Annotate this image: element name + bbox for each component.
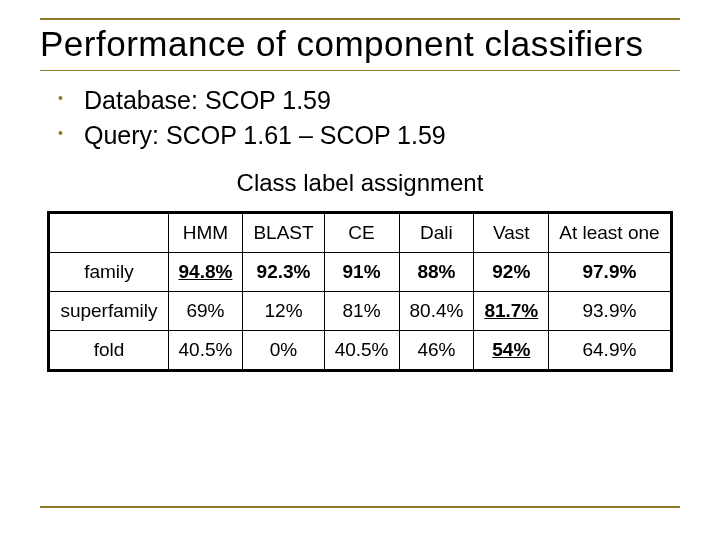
table-cell: 0% — [243, 331, 324, 371]
table-caption: Class label assignment — [40, 169, 680, 197]
table-cell: 81% — [324, 292, 399, 331]
table-cell: 94.8% — [168, 253, 243, 292]
top-rule — [40, 18, 680, 20]
table-cell: 92.3% — [243, 253, 324, 292]
table-cell: 88% — [399, 253, 474, 292]
table-cell: 80.4% — [399, 292, 474, 331]
table-cell: 69% — [168, 292, 243, 331]
col-header: Dali — [399, 213, 474, 253]
table-cell: 40.5% — [324, 331, 399, 371]
slide: Performance of component classifiers Dat… — [0, 0, 720, 540]
table-cell: 54% — [474, 331, 549, 371]
table-cell: 93.9% — [549, 292, 671, 331]
footer-rule — [40, 506, 680, 508]
col-header: Vast — [474, 213, 549, 253]
row-label: fold — [49, 331, 168, 371]
row-label: superfamily — [49, 292, 168, 331]
table-cell: 46% — [399, 331, 474, 371]
slide-title: Performance of component classifiers — [40, 24, 680, 64]
table-cell: 12% — [243, 292, 324, 331]
table-row: family 94.8% 92.3% 91% 88% 92% 97.9% — [49, 253, 671, 292]
col-header: At least one — [549, 213, 671, 253]
table-row: superfamily 69% 12% 81% 80.4% 81.7% 93.9… — [49, 292, 671, 331]
col-header: BLAST — [243, 213, 324, 253]
table-cell: 64.9% — [549, 331, 671, 371]
performance-table: HMM BLAST CE Dali Vast At least one fami… — [47, 211, 672, 372]
table-cell: 97.9% — [549, 253, 671, 292]
table-header-blank — [49, 213, 168, 253]
table-cell: 81.7% — [474, 292, 549, 331]
bullet-item: Query: SCOP 1.61 – SCOP 1.59 — [58, 118, 680, 153]
row-label: family — [49, 253, 168, 292]
title-underline — [40, 70, 680, 71]
table-row: fold 40.5% 0% 40.5% 46% 54% 64.9% — [49, 331, 671, 371]
bullet-list: Database: SCOP 1.59 Query: SCOP 1.61 – S… — [58, 83, 680, 153]
table-cell: 40.5% — [168, 331, 243, 371]
bullet-item: Database: SCOP 1.59 — [58, 83, 680, 118]
col-header: CE — [324, 213, 399, 253]
table-cell: 92% — [474, 253, 549, 292]
col-header: HMM — [168, 213, 243, 253]
table-cell: 91% — [324, 253, 399, 292]
table-header-row: HMM BLAST CE Dali Vast At least one — [49, 213, 671, 253]
